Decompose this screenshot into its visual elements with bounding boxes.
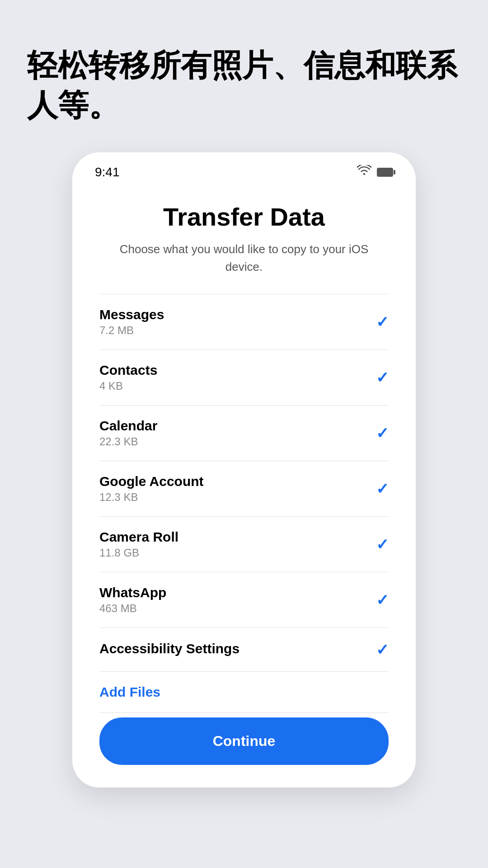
check-icon: ✓ <box>376 424 389 442</box>
list-item-size: 7.2 MB <box>99 324 164 337</box>
list-item-info: Camera Roll11.8 GB <box>99 529 178 559</box>
list-item-info: Contacts4 KB <box>99 363 157 392</box>
check-icon: ✓ <box>376 368 389 387</box>
phone-card: 9:41 Transfer Data Choose what you would… <box>72 152 416 788</box>
list-item[interactable]: Google Account12.3 KB✓ <box>99 461 389 516</box>
check-icon: ✓ <box>376 591 389 609</box>
list-item-name: Google Account <box>99 474 204 489</box>
list-item-name: Messages <box>99 307 164 322</box>
card-title: Transfer Data <box>99 202 389 231</box>
list-item[interactable]: Calendar22.3 KB✓ <box>99 406 389 461</box>
list-item-info: Accessibility Settings <box>99 641 239 658</box>
card-content: Transfer Data Choose what you would like… <box>72 184 416 788</box>
list-item-size: 12.3 KB <box>99 491 204 504</box>
list-item[interactable]: Camera Roll11.8 GB✓ <box>99 517 389 572</box>
check-icon: ✓ <box>376 480 389 498</box>
list-item[interactable]: WhatsApp463 MB✓ <box>99 572 389 627</box>
battery-icon <box>377 168 393 177</box>
list-item-size: 22.3 KB <box>99 435 157 448</box>
transfer-items-list: Messages7.2 MB✓Contacts4 KB✓Calendar22.3… <box>99 294 389 671</box>
list-item-size: 11.8 GB <box>99 547 178 559</box>
divider-bottom <box>99 712 389 713</box>
list-item-info: Calendar22.3 KB <box>99 418 157 448</box>
check-icon: ✓ <box>376 641 389 659</box>
list-item-info: Messages7.2 MB <box>99 307 164 337</box>
list-item-name: Contacts <box>99 363 157 378</box>
list-item-info: WhatsApp463 MB <box>99 585 166 615</box>
status-bar: 9:41 <box>72 152 416 184</box>
status-time: 9:41 <box>95 165 120 179</box>
check-icon: ✓ <box>376 535 389 553</box>
list-item[interactable]: Contacts4 KB✓ <box>99 350 389 405</box>
list-item[interactable]: Messages7.2 MB✓ <box>99 294 389 349</box>
list-item-name: Accessibility Settings <box>99 641 239 656</box>
list-item-name: WhatsApp <box>99 585 166 600</box>
list-item-name: Calendar <box>99 418 157 434</box>
list-item-info: Google Account12.3 KB <box>99 474 204 504</box>
status-icons <box>357 165 393 179</box>
wifi-icon <box>357 165 371 179</box>
headline: 轻松转移所有照片、信息和联系人等。 <box>0 0 488 152</box>
list-item[interactable]: Accessibility Settings✓ <box>99 628 389 671</box>
list-item-name: Camera Roll <box>99 529 178 545</box>
card-subtitle: Choose what you would like to copy to yo… <box>99 241 389 276</box>
list-item-size: 4 KB <box>99 380 157 392</box>
add-files-button[interactable]: Add Files <box>99 672 389 712</box>
check-icon: ✓ <box>376 313 389 331</box>
continue-button[interactable]: Continue <box>99 717 389 765</box>
list-item-size: 463 MB <box>99 602 166 615</box>
